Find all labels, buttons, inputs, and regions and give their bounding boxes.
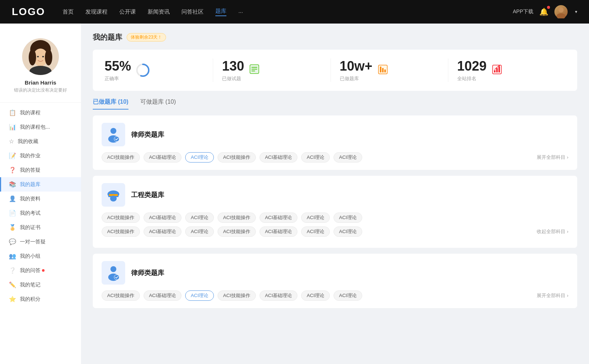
- stat-done-banks-value-group: 10w+ 已做题库: [340, 58, 373, 82]
- profile-motto: 错误的决定比没有决定要好: [14, 87, 67, 93]
- stat-ranking: 1029 全站排名: [448, 58, 565, 82]
- sidebar-item-tutor[interactable]: 💬 一对一答疑: [0, 235, 81, 249]
- profile-avatar: [22, 38, 59, 75]
- sidebar-item-my-qa[interactable]: ❔ 我的问答: [0, 263, 81, 278]
- tag-eng-theory-4[interactable]: ACI理论: [185, 226, 214, 237]
- exam-icon: 📄: [9, 210, 16, 217]
- svg-rect-19: [382, 68, 384, 72]
- svg-rect-24: [498, 67, 500, 72]
- sidebar-item-notes[interactable]: ✏️ 我的笔记: [0, 278, 81, 292]
- sidebar-item-certificate[interactable]: 🏅 我的证书: [0, 220, 81, 235]
- nav-right: APP下载 🔔 ▾: [513, 5, 577, 18]
- sidebar-label-notes: 我的笔记: [20, 282, 40, 288]
- tag-law2-basic-1[interactable]: ACI基础理论: [144, 290, 182, 301]
- tabs: 已做题库 (10) 可做题库 (10): [93, 98, 577, 110]
- page-title: 我的题库: [93, 32, 122, 42]
- stat-done-questions-value-group: 130 已做试题: [222, 58, 244, 82]
- tag-law2-skill-1[interactable]: ACI技能操作: [102, 290, 140, 301]
- sidebar-item-exam[interactable]: 📄 我的考试: [0, 206, 81, 220]
- sidebar-label-certificate: 我的证书: [20, 224, 40, 231]
- tag-law2-skill-2[interactable]: ACI技能操作: [218, 290, 256, 301]
- sidebar-item-course[interactable]: 📋 我的课程: [0, 106, 81, 120]
- tab-done-banks[interactable]: 已做题库 (10): [93, 98, 128, 110]
- sidebar-item-group[interactable]: 👥 我的小组: [0, 249, 81, 263]
- homework-icon: 📝: [9, 152, 16, 159]
- tag-aci-skill-2[interactable]: ACI技能操作: [218, 152, 256, 163]
- sidebar: Brian Harris 错误的决定比没有决定要好 📋 我的课程 📊 我的课程包…: [0, 24, 81, 364]
- user-menu-chevron[interactable]: ▾: [575, 9, 577, 14]
- svg-point-10: [42, 56, 44, 57]
- svg-point-26: [110, 128, 116, 134]
- bank-icon-lawyer-2: [102, 261, 125, 285]
- bank-card-lawyer-1: 律师类题库 ACI技能操作 ACI基础理论 ACI理论 ACI技能操作 ACI基…: [93, 115, 577, 170]
- tag-eng-theory-1[interactable]: ACI理论: [185, 213, 214, 223]
- tag-aci-skill-1[interactable]: ACI技能操作: [102, 152, 140, 163]
- svg-point-1: [557, 13, 565, 18]
- svg-point-0: [558, 7, 564, 13]
- bank-card-header-lawyer-1: 律师类题库: [102, 123, 568, 146]
- bank-card-header-lawyer-2: 律师类题库: [102, 261, 568, 285]
- nav-link-open[interactable]: 公开课: [119, 8, 136, 15]
- tag-eng-theory-5[interactable]: ACI理论: [301, 226, 330, 237]
- sidebar-item-favorites[interactable]: ☆ 我的收藏: [0, 134, 81, 149]
- stat-done-banks-value: 10w+: [340, 58, 373, 74]
- bank-icon: 📚: [9, 181, 16, 188]
- collapse-engineer[interactable]: 收起全部科目 ›: [537, 228, 568, 235]
- svg-rect-16: [251, 71, 255, 71]
- expand-lawyer-2[interactable]: 展开全部科目 ›: [537, 292, 568, 299]
- navbar: LOGO 首页 发现课程 公开课 新闻资讯 问答社区 题库 ··· APP下载 …: [0, 0, 589, 24]
- nav-link-bank[interactable]: 题库: [215, 8, 226, 16]
- tag-law2-theory-active[interactable]: ACI理论: [185, 290, 214, 301]
- tag-aci-theory-3[interactable]: ACI理论: [334, 152, 362, 163]
- tag-eng-theory-3[interactable]: ACI理论: [334, 213, 362, 223]
- tag-aci-theory-1-active[interactable]: ACI理论: [185, 152, 214, 163]
- expand-lawyer-1[interactable]: 展开全部科目 ›: [537, 154, 568, 161]
- nav-link-more[interactable]: ···: [238, 9, 243, 15]
- sidebar-label-questions: 我的答疑: [20, 167, 40, 174]
- bank-tags-row-engineer-1: ACI技能操作 ACI基础理论 ACI理论 ACI技能操作 ACI基础理论 AC…: [102, 213, 568, 223]
- sidebar-item-homework[interactable]: 📝 我的作业: [0, 149, 81, 163]
- nav-link-discover[interactable]: 发现课程: [85, 8, 107, 15]
- sidebar-item-course-package[interactable]: 📊 我的课程包...: [0, 120, 81, 134]
- sidebar-item-bank[interactable]: 📚 我的题库: [0, 177, 81, 192]
- notification-bell[interactable]: 🔔: [539, 7, 549, 16]
- tab-available-banks[interactable]: 可做题库 (10): [140, 98, 176, 110]
- points-icon: ⭐: [9, 296, 16, 303]
- nav-link-news[interactable]: 新闻资讯: [148, 8, 170, 15]
- tutor-icon: 💬: [9, 238, 16, 245]
- sidebar-label-exam: 我的考试: [20, 210, 40, 217]
- tag-eng-skill-1[interactable]: ACI技能操作: [102, 213, 140, 223]
- tag-eng-skill-4[interactable]: ACI技能操作: [218, 226, 256, 237]
- tag-aci-basic-1[interactable]: ACI基础理论: [144, 152, 182, 163]
- notification-badge: [547, 6, 550, 9]
- nav-link-qa[interactable]: 问答社区: [181, 8, 204, 15]
- tag-eng-theory-2[interactable]: ACI理论: [301, 213, 330, 223]
- bank-title-lawyer-2: 律师类题库: [131, 268, 164, 277]
- stat-accuracy-value-group: 55% 正确率: [105, 58, 131, 82]
- tag-eng-skill-2[interactable]: ACI技能操作: [218, 213, 256, 223]
- bank-tags-row-engineer-2: ACI技能操作 ACI基础理论 ACI理论 ACI技能操作 ACI基础理论 AC…: [102, 226, 568, 237]
- accuracy-donut-chart: [135, 63, 150, 78]
- tag-law2-basic-2[interactable]: ACI基础理论: [260, 290, 298, 301]
- tag-law2-theory-2[interactable]: ACI理论: [301, 290, 330, 301]
- tag-aci-basic-2[interactable]: ACI基础理论: [260, 152, 298, 163]
- tag-eng-skill-3[interactable]: ACI技能操作: [102, 226, 140, 237]
- tag-eng-basic-4[interactable]: ACI基础理论: [260, 226, 298, 237]
- tag-law2-theory-3[interactable]: ACI理论: [334, 290, 362, 301]
- tag-aci-theory-2[interactable]: ACI理论: [301, 152, 330, 163]
- tag-eng-basic-1[interactable]: ACI基础理论: [144, 213, 182, 223]
- notes-icon: ✏️: [9, 281, 16, 288]
- user-avatar[interactable]: [554, 5, 568, 18]
- tag-eng-theory-6[interactable]: ACI理论: [334, 226, 362, 237]
- stats-bar: 55% 正确率 130 已做试题: [93, 50, 577, 91]
- app-download-button[interactable]: APP下载: [513, 8, 533, 15]
- nav-link-home[interactable]: 首页: [63, 8, 74, 15]
- stat-done-questions-label: 已做试题: [222, 75, 244, 82]
- sidebar-item-profile[interactable]: 👤 我的资料: [0, 192, 81, 206]
- sidebar-item-points[interactable]: ⭐ 我的积分: [0, 292, 81, 306]
- tag-eng-basic-3[interactable]: ACI基础理论: [144, 226, 182, 237]
- profile-name: Brian Harris: [25, 79, 56, 86]
- stat-ranking-label: 全站排名: [457, 75, 487, 82]
- sidebar-item-questions[interactable]: ❓ 我的答疑: [0, 163, 81, 177]
- tag-eng-basic-2[interactable]: ACI基础理论: [260, 213, 298, 223]
